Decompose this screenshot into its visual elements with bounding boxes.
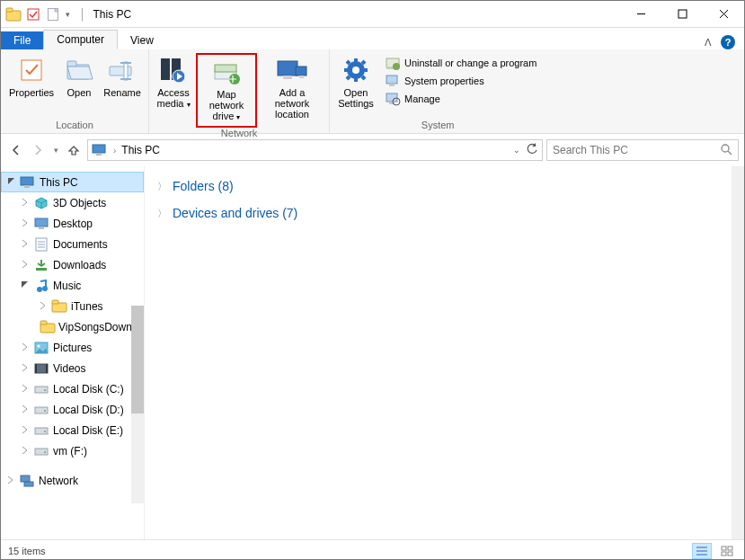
content-section-header[interactable]: 〉Folders (8) <box>157 175 732 197</box>
refresh-icon[interactable] <box>526 143 538 157</box>
svg-rect-15 <box>161 58 170 80</box>
tree-item[interactable]: Network <box>1 470 144 491</box>
maximize-button[interactable] <box>661 1 703 28</box>
properties-qat-icon[interactable] <box>26 7 40 22</box>
tab-computer[interactable]: Computer <box>43 30 118 49</box>
map-network-drive-button[interactable]: Map network drive ▾ <box>196 53 257 128</box>
open-settings-button[interactable]: Open Settings <box>333 53 378 111</box>
tree-item-label: Music <box>53 280 81 292</box>
nav-forward-button[interactable] <box>28 140 48 160</box>
tree-item[interactable]: Downloads <box>1 254 144 275</box>
chevron-down-icon[interactable] <box>19 280 30 290</box>
minimize-button[interactable] <box>620 1 661 28</box>
open-button[interactable]: Open <box>60 53 98 101</box>
tree-item[interactable]: iTunes <box>1 296 144 316</box>
tree-item[interactable]: VipSongsDownload <box>1 316 144 337</box>
tree-item[interactable]: Local Disk (D:) <box>1 399 144 420</box>
svg-line-33 <box>362 61 365 64</box>
help-icon[interactable]: ? <box>721 35 735 49</box>
network-icon <box>19 474 35 488</box>
svg-rect-1 <box>6 8 13 12</box>
tree-item[interactable]: Desktop <box>1 213 144 234</box>
qat-dropdown-icon[interactable]: ▾ <box>66 10 70 19</box>
chevron-right-icon[interactable] <box>19 198 30 209</box>
view-details-button[interactable] <box>692 543 712 559</box>
svg-rect-66 <box>46 364 48 373</box>
properties-button[interactable]: Properties <box>4 53 58 101</box>
tree-item[interactable]: Videos <box>1 358 144 378</box>
view-large-icons-button[interactable] <box>717 543 737 559</box>
svg-line-46 <box>728 151 732 155</box>
svg-rect-5 <box>678 10 687 18</box>
tree-item-label: Local Disk (C:) <box>53 383 124 396</box>
svg-rect-49 <box>35 218 48 227</box>
tree-item-label: Pictures <box>53 342 92 354</box>
nav-back-button[interactable] <box>6 140 26 160</box>
group-label-network: Network <box>153 128 325 139</box>
search-icon[interactable] <box>720 143 732 158</box>
content-section-header[interactable]: 〉Devices and drives (7) <box>157 202 732 224</box>
svg-point-57 <box>42 286 48 291</box>
svg-rect-0 <box>6 11 21 21</box>
chevron-right-icon: 〉 <box>157 180 167 193</box>
uninstall-program-button[interactable]: Uninstall or change a program <box>384 55 538 71</box>
tree-item[interactable]: Documents <box>1 234 144 254</box>
chevron-right-icon[interactable] <box>19 260 30 271</box>
chevron-right-icon[interactable] <box>19 363 30 374</box>
manage-button[interactable]: Manage <box>384 91 538 107</box>
chevron-down-icon[interactable] <box>5 177 16 187</box>
tree-item[interactable]: Music <box>1 275 144 296</box>
chevron-right-icon[interactable] <box>19 404 30 415</box>
tree-item[interactable]: Pictures <box>1 337 144 358</box>
tree-item[interactable]: Local Disk (E:) <box>1 420 144 440</box>
chevron-right-icon[interactable] <box>4 476 15 486</box>
address-bar[interactable]: › This PC ⌄ <box>87 139 543 161</box>
add-network-location-button[interactable]: Add a network location <box>259 53 325 122</box>
svg-rect-73 <box>35 449 48 455</box>
chevron-right-icon[interactable] <box>37 301 48 312</box>
svg-rect-24 <box>299 76 304 78</box>
rename-label: Rename <box>103 87 141 98</box>
chevron-right-icon[interactable] <box>19 342 30 353</box>
group-label-location: Location <box>4 120 145 131</box>
chevron-right-icon[interactable] <box>19 218 30 229</box>
chevron-right-icon[interactable] <box>19 425 30 436</box>
status-bar: 15 items <box>1 539 744 560</box>
manage-icon <box>386 92 400 106</box>
nav-history-dropdown[interactable]: ▾ <box>49 140 62 160</box>
chevron-right-icon[interactable] <box>19 239 30 250</box>
svg-rect-13 <box>120 62 131 64</box>
tree-item[interactable]: 3D Objects <box>1 192 144 213</box>
chevron-right-icon[interactable] <box>19 384 30 395</box>
content-scrollbar[interactable] <box>732 166 744 539</box>
svg-rect-12 <box>124 62 128 80</box>
tab-file[interactable]: File <box>1 31 43 49</box>
breadcrumb-chevron-icon[interactable]: › <box>113 146 116 156</box>
svg-rect-22 <box>283 76 292 79</box>
close-button[interactable] <box>703 1 744 28</box>
tab-view[interactable]: View <box>118 31 166 49</box>
svg-point-37 <box>393 63 400 70</box>
tree-scrollbar[interactable] <box>131 306 144 503</box>
access-media-button[interactable]: Access media ▾ <box>153 53 194 113</box>
svg-rect-83 <box>728 552 732 556</box>
search-input[interactable] <box>553 144 720 156</box>
svg-point-45 <box>722 145 729 152</box>
tree-item[interactable]: Local Disk (C:) <box>1 378 144 399</box>
rename-button[interactable]: Rename <box>100 53 145 101</box>
collapse-ribbon-icon[interactable]: ᐱ <box>705 37 712 49</box>
tree-item[interactable]: vm (F:) <box>1 440 144 461</box>
svg-rect-2 <box>28 9 39 20</box>
tree-item[interactable]: This PC <box>1 172 144 192</box>
nav-up-button[interactable] <box>64 140 84 160</box>
new-doc-qat-icon[interactable] <box>46 7 60 22</box>
add-network-location-icon <box>278 56 306 84</box>
chevron-right-icon[interactable] <box>19 446 30 457</box>
pictures-icon <box>33 341 49 355</box>
tree-item-label: Network <box>39 475 78 487</box>
system-properties-button[interactable]: System properties <box>384 73 538 89</box>
search-box[interactable] <box>546 139 739 161</box>
navigation-tree: This PC3D ObjectsDesktopDocumentsDownloa… <box>1 166 145 539</box>
address-dropdown-icon[interactable]: ⌄ <box>513 146 520 155</box>
open-settings-label: Open Settings <box>335 87 377 109</box>
